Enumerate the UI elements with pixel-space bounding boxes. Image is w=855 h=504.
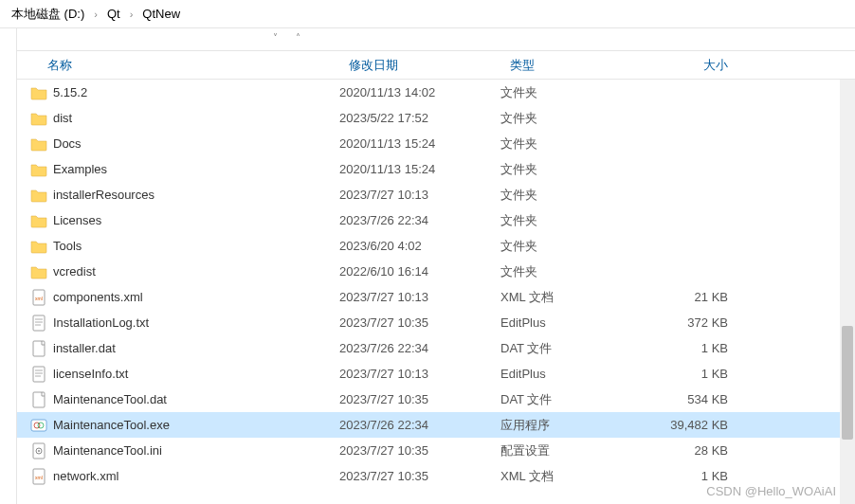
file-name: MaintenanceTool.dat	[53, 392, 167, 406]
file-size: 1 KB	[643, 469, 756, 483]
column-header-size[interactable]: 大小	[643, 57, 756, 74]
file-type: 文件夹	[500, 110, 643, 127]
folder-icon	[30, 263, 47, 280]
column-header-date[interactable]: 修改日期	[339, 57, 500, 74]
file-row[interactable]: MaintenanceTool.exe2023/7/26 22:34应用程序39…	[17, 412, 855, 438]
file-type: 文件夹	[500, 135, 643, 153]
file-row[interactable]: MaintenanceTool.dat2023/7/27 10:35DAT 文件…	[17, 387, 855, 412]
file-type: DAT 文件	[500, 340, 643, 357]
file-row[interactable]: 5.15.22020/11/13 14:02文件夹	[17, 80, 855, 105]
exe-icon	[30, 417, 47, 434]
file-type: EditPlus	[500, 315, 643, 330]
file-date: 2023/7/27 10:13	[339, 367, 500, 381]
file-row[interactable]: Examples2020/11/13 15:24文件夹	[17, 156, 855, 182]
chevron-right-icon: ›	[124, 9, 139, 20]
file-row[interactable]: Docs2020/11/13 15:24文件夹	[17, 131, 855, 156]
svg-rect-12	[31, 420, 46, 431]
scrollbar-thumb[interactable]	[842, 326, 853, 440]
svg-rect-2	[33, 315, 45, 331]
file-type: 应用程序	[500, 417, 643, 434]
file-size: 372 KB	[643, 315, 756, 330]
folder-icon	[30, 212, 47, 229]
column-header-row: 名称 修改日期 类型 大小	[17, 51, 855, 80]
column-header-name[interactable]: 名称	[17, 57, 339, 74]
file-date: 2023/7/27 10:35	[339, 315, 500, 330]
file-date: 2020/11/13 15:24	[339, 136, 500, 151]
file-name: Tools	[53, 239, 82, 253]
file-date: 2023/7/27 10:35	[339, 392, 500, 406]
folder-icon	[30, 161, 47, 178]
file-date: 2020/11/13 14:02	[339, 85, 500, 99]
ini-icon	[30, 442, 47, 459]
file-name: components.xml	[53, 290, 143, 304]
file-date: 2023/7/27 10:13	[339, 188, 500, 202]
breadcrumb-item-drive[interactable]: 本地磁盘 (D:)	[8, 6, 88, 23]
file-name: Docs	[53, 136, 82, 151]
svg-rect-7	[33, 367, 45, 382]
file-size: 1 KB	[643, 367, 756, 381]
file-type: 文件夹	[500, 84, 643, 101]
file-date: 2023/7/26 22:34	[339, 418, 500, 432]
file-date: 2022/6/10 16:14	[339, 264, 500, 279]
file-date: 2023/7/27 10:35	[339, 443, 500, 458]
svg-rect-11	[33, 392, 45, 407]
file-type: 文件夹	[500, 238, 643, 255]
file-type: 配置设置	[500, 442, 643, 459]
breadcrumb-item-qtnew[interactable]: QtNew	[138, 7, 184, 21]
file-row[interactable]: Tools2023/6/20 4:02文件夹	[17, 233, 855, 259]
file-name: vcredist	[53, 264, 96, 279]
xml-icon: xml	[30, 289, 47, 306]
file-name: installer.dat	[53, 341, 116, 355]
file-date: 2023/6/20 4:02	[339, 239, 500, 253]
file-row[interactable]: installerResources2023/7/27 10:13文件夹	[17, 182, 855, 207]
sort-indicator-bar: ˅ ˄	[17, 28, 855, 51]
file-row[interactable]: dist2023/5/22 17:52文件夹	[17, 105, 855, 131]
folder-icon	[30, 110, 47, 127]
file-row[interactable]: xmlcomponents.xml2023/7/27 10:13XML 文档21…	[17, 284, 855, 310]
txt-icon	[30, 315, 47, 332]
file-name: dist	[53, 111, 72, 125]
svg-rect-6	[33, 341, 45, 356]
file-date: 2023/7/27 10:13	[339, 290, 500, 304]
chevron-right-icon: ›	[88, 9, 103, 20]
breadcrumb[interactable]: 本地磁盘 (D:) › Qt › QtNew	[0, 0, 855, 28]
folder-icon	[30, 135, 47, 153]
file-name: installerResources	[53, 188, 155, 202]
file-row[interactable]: Licenses2023/7/26 22:34文件夹	[17, 207, 855, 233]
file-name: 5.15.2	[53, 85, 87, 99]
file-type: XML 文档	[500, 289, 643, 306]
file-name: MaintenanceTool.ini	[53, 443, 162, 458]
svg-point-17	[38, 450, 40, 452]
file-size: 39,482 KB	[643, 418, 756, 432]
file-list[interactable]: 5.15.22020/11/13 14:02文件夹dist2023/5/22 1…	[17, 80, 855, 504]
file-date: 2023/7/26 22:34	[339, 213, 500, 227]
file-row[interactable]: xmlnetwork.xml2023/7/27 10:35XML 文档1 KB	[17, 463, 855, 489]
scrollbar-track[interactable]	[840, 80, 855, 504]
dat-icon	[30, 391, 47, 408]
column-header-type[interactable]: 类型	[500, 57, 643, 74]
nav-sidebar	[0, 28, 17, 504]
file-size: 28 KB	[643, 443, 756, 458]
file-type: DAT 文件	[500, 391, 643, 408]
file-name: licenseInfo.txt	[53, 367, 129, 381]
file-row[interactable]: vcredist2022/6/10 16:14文件夹	[17, 259, 855, 284]
file-date: 2023/7/27 10:35	[339, 469, 500, 483]
file-name: network.xml	[53, 469, 118, 483]
file-size: 534 KB	[643, 392, 756, 406]
file-name: Examples	[53, 162, 107, 176]
file-type: 文件夹	[500, 161, 643, 178]
file-type: 文件夹	[500, 187, 643, 204]
file-type: EditPlus	[500, 367, 643, 381]
svg-text:xml: xml	[35, 296, 43, 301]
file-name: InstallationLog.txt	[53, 315, 149, 330]
sort-arrow-icon: ˅ ˄	[273, 32, 308, 43]
folder-icon	[30, 187, 47, 204]
file-date: 2020/11/13 15:24	[339, 162, 500, 176]
file-row[interactable]: MaintenanceTool.ini2023/7/27 10:35配置设置28…	[17, 438, 855, 463]
file-row[interactable]: InstallationLog.txt2023/7/27 10:35EditPl…	[17, 310, 855, 335]
file-type: XML 文档	[500, 468, 643, 485]
file-row[interactable]: installer.dat2023/7/26 22:34DAT 文件1 KB	[17, 335, 855, 361]
breadcrumb-item-qt[interactable]: Qt	[103, 7, 124, 21]
file-type: 文件夹	[500, 212, 643, 229]
file-row[interactable]: licenseInfo.txt2023/7/27 10:13EditPlus1 …	[17, 361, 855, 387]
